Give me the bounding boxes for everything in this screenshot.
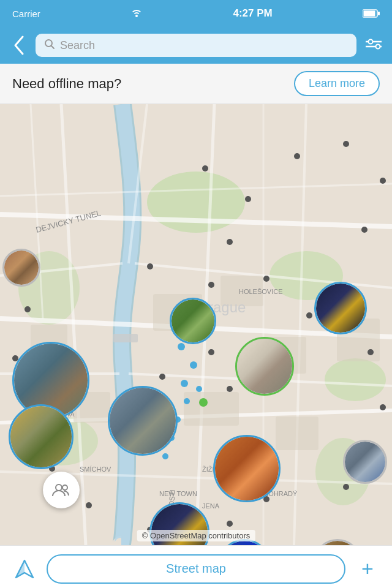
search-input[interactable]: Search <box>36 34 356 57</box>
map-dot <box>361 227 368 233</box>
battery-area <box>363 9 380 18</box>
map-dot <box>147 263 153 270</box>
svg-rect-1 <box>363 11 375 17</box>
filter-button[interactable] <box>363 34 385 56</box>
map-pin-hotel[interactable] <box>235 337 294 396</box>
map-pin-park[interactable] <box>170 298 216 344</box>
map-pin-tower[interactable] <box>9 404 74 469</box>
svg-text:SMÍCHOV: SMÍCHOV <box>80 466 111 473</box>
svg-text:JENA: JENA <box>202 502 220 510</box>
street-map-button[interactable]: Street map <box>47 554 345 584</box>
map-dot-green <box>199 398 208 407</box>
map-dot <box>343 484 349 490</box>
svg-point-52 <box>56 484 62 491</box>
map-pin-building[interactable] <box>2 249 40 287</box>
map-pin-market[interactable] <box>213 435 281 502</box>
location-button[interactable] <box>10 554 39 584</box>
svg-rect-38 <box>276 417 318 450</box>
map-pin-skyline[interactable] <box>343 440 387 484</box>
svg-point-53 <box>62 485 67 490</box>
search-placeholder: Search <box>60 39 95 52</box>
map-pin-bridge[interactable] <box>108 386 178 456</box>
map-dot <box>208 282 214 288</box>
svg-rect-36 <box>184 392 239 426</box>
map-dot <box>380 404 386 410</box>
map-dot <box>263 276 270 282</box>
carrier-label: Carrier <box>12 9 40 19</box>
svg-point-7 <box>369 40 373 44</box>
svg-text:NEW TOWN: NEW TOWN <box>159 490 197 497</box>
map-dot-blue <box>178 343 185 350</box>
map-dot <box>159 374 165 380</box>
map-dot <box>86 502 92 508</box>
map-dot <box>227 239 233 245</box>
map-area[interactable]: DEJVICKY TUNEL SKY TUNEL HOLEČKOVA SMÍCH… <box>0 104 392 545</box>
map-dot <box>227 386 233 392</box>
back-button[interactable] <box>7 34 29 56</box>
learn-more-button[interactable]: Learn more <box>294 71 380 96</box>
battery-icon <box>363 9 380 18</box>
svg-line-4 <box>51 46 55 49</box>
groups-button[interactable] <box>43 472 80 508</box>
map-dot <box>368 349 374 355</box>
svg-point-13 <box>325 358 386 401</box>
offline-banner: Need offline map? Learn more <box>0 64 392 104</box>
map-dot-blue <box>162 453 168 459</box>
map-dot-blue <box>184 398 190 404</box>
svg-point-8 <box>376 45 380 49</box>
top-bar: Search <box>0 27 392 64</box>
map-dot-blue <box>190 361 197 369</box>
time-label: 4:27 PM <box>233 7 272 20</box>
map-dot <box>202 165 208 172</box>
map-dot <box>245 196 251 202</box>
map-dot <box>24 306 31 312</box>
map-dot <box>294 153 300 159</box>
search-icon <box>44 39 55 52</box>
bottom-bar: Street map + <box>0 545 392 588</box>
map-dot-blue <box>181 380 188 387</box>
map-dot <box>208 349 214 355</box>
map-dot <box>380 178 386 184</box>
map-dot <box>227 521 233 527</box>
map-dot-blue <box>196 386 202 392</box>
svg-rect-2 <box>378 12 380 15</box>
svg-text:HOLEŠOVICE: HOLEŠOVICE <box>239 288 283 295</box>
offline-text: Need offline map? <box>12 76 121 92</box>
wifi-icon <box>130 7 143 20</box>
add-button[interactable]: + <box>353 554 382 584</box>
status-bar: Carrier 4:27 PM <box>0 0 392 27</box>
map-dot <box>306 312 312 318</box>
svg-rect-50 <box>113 334 138 342</box>
map-pin-night-building[interactable] <box>314 282 367 334</box>
map-dot <box>343 141 349 147</box>
map-attribution: © OpenStreetMap contributors <box>137 530 255 541</box>
